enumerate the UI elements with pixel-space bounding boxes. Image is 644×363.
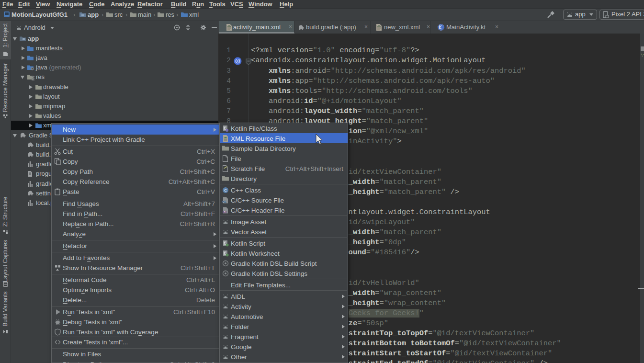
svg-text:C: C <box>224 188 227 193</box>
svg-text:H: H <box>224 211 225 213</box>
svg-text:C++: C++ <box>223 201 227 203</box>
